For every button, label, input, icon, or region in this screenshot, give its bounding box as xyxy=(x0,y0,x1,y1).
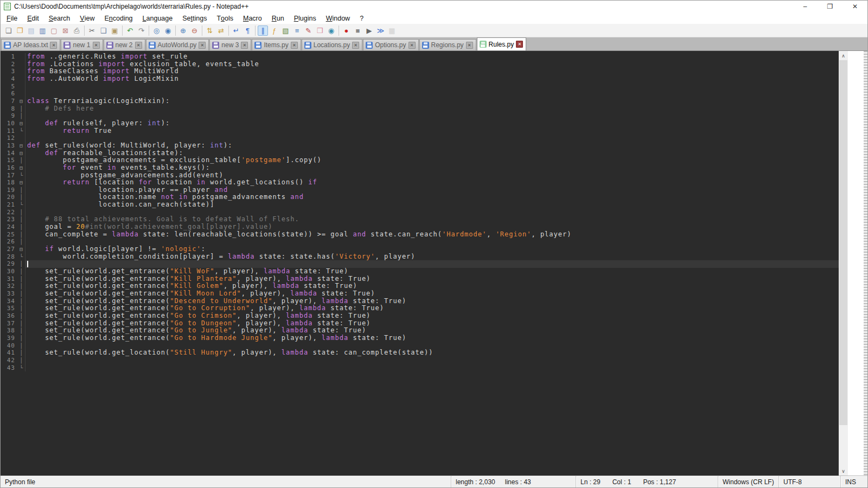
code-line-10[interactable]: 10⊟ def rule(self, player: int): xyxy=(1,120,839,127)
menu-edit[interactable]: Edit xyxy=(22,12,44,24)
scrollbar-thumb[interactable] xyxy=(839,60,847,425)
fold-marker-icon[interactable]: ⊟ xyxy=(18,179,25,187)
close-file-icon[interactable]: ▢ xyxy=(49,25,59,36)
code-line-37[interactable]: 37│ set_rule(world.get_entrance("Go to D… xyxy=(1,320,839,328)
code-line-6[interactable]: 6 xyxy=(1,90,839,98)
cut-icon[interactable]: ✂ xyxy=(87,25,97,36)
sync-vertical-scroll-icon[interactable]: ⇅ xyxy=(205,25,215,36)
menu-help[interactable]: ? xyxy=(355,12,368,24)
redo-icon[interactable]: ↷ xyxy=(136,25,146,36)
tab-options-py[interactable]: Options.py✕ xyxy=(363,39,418,50)
open-file-icon[interactable]: ❐ xyxy=(15,25,25,36)
menu-tools[interactable]: Tools xyxy=(212,12,238,24)
close-all-icon[interactable]: ⊠ xyxy=(60,25,71,36)
menu-language[interactable]: Language xyxy=(138,12,178,24)
tab-close-icon[interactable]: ✕ xyxy=(93,42,100,49)
code-line-11[interactable]: 11└ return True xyxy=(1,127,839,135)
code-line-39[interactable]: 39│ set_rule(world.get_entrance("Go to H… xyxy=(1,335,839,342)
code-line-20[interactable]: 20│ location.name not in postgame_advanc… xyxy=(1,194,839,201)
code-line-33[interactable]: 33│ set_rule(world.get_entrance("Kill Mo… xyxy=(1,290,839,298)
tab-ap-ideas-txt[interactable]: AP Ideas.txt✕ xyxy=(1,39,60,50)
fold-marker-icon[interactable]: ⊟ xyxy=(18,164,25,172)
panel-splitter[interactable] xyxy=(864,51,867,476)
vertical-scrollbar[interactable]: ∧ ∨ xyxy=(839,51,848,476)
tab-close-icon[interactable]: ✕ xyxy=(352,42,359,49)
tab-locations-py[interactable]: Locations.py✕ xyxy=(302,39,362,50)
monitoring-icon[interactable]: ◉ xyxy=(326,25,336,36)
code-line-19[interactable]: 19│ location.player == player and xyxy=(1,187,839,194)
code-line-17[interactable]: 17└ postgame_advancements.add(event) xyxy=(1,172,839,179)
code-line-30[interactable]: 30│ set_rule(world.get_entrance("Kill Wo… xyxy=(1,268,839,275)
tab-regions-py[interactable]: Regions.py✕ xyxy=(419,39,476,50)
code-line-34[interactable]: 34│ set_rule(world.get_entrance("Descend… xyxy=(1,298,839,305)
indent-guide-icon[interactable]: ∥ xyxy=(258,25,268,36)
code-line-36[interactable]: 36│ set_rule(world.get_entrance("Go to C… xyxy=(1,312,839,320)
start-recording-icon[interactable]: ● xyxy=(341,25,352,36)
code-line-16[interactable]: 16⊟ for event in events_table.keys(): xyxy=(1,164,839,172)
stop-recording-icon[interactable]: ■ xyxy=(353,25,363,36)
find-icon[interactable]: ◎ xyxy=(151,25,162,36)
code-line-24[interactable]: 24│ goal = 20#int(world.achievement_goal… xyxy=(1,223,839,231)
zoom-out-icon[interactable]: ⊖ xyxy=(189,25,200,36)
code-line-14[interactable]: 14⊟ def reachable_locations(state): xyxy=(1,150,839,157)
code-line-23[interactable]: 23│ # 88 total achievements. Goal is to … xyxy=(1,216,839,223)
tab-close-icon[interactable]: ✕ xyxy=(291,42,298,49)
fold-marker-icon[interactable]: ⊟ xyxy=(18,142,25,150)
tab-new-1[interactable]: new 1✕ xyxy=(61,39,103,50)
minimize-button[interactable]: – xyxy=(793,1,818,12)
code-line-1[interactable]: 1from ..generic.Rules import set_rule xyxy=(1,53,839,61)
fold-marker-icon[interactable]: ⊟ xyxy=(18,150,25,157)
code-line-40[interactable]: 40│ xyxy=(1,342,839,350)
menu-file[interactable]: File xyxy=(2,12,22,24)
run-macro-multiple-times-icon[interactable]: ≫ xyxy=(375,25,386,36)
copy-icon[interactable]: ❑ xyxy=(98,25,108,36)
code-editor[interactable]: 1from ..generic.Rules import set_rule2fr… xyxy=(1,51,839,476)
menu-view[interactable]: View xyxy=(75,12,99,24)
code-line-12[interactable]: 12 xyxy=(1,134,839,142)
code-line-4[interactable]: 4from ..AutoWorld import LogicMixin xyxy=(1,75,839,83)
tab-autoworld-py[interactable]: AutoWorld.py✕ xyxy=(146,39,209,50)
fold-marker-icon[interactable]: ⊟ xyxy=(18,246,25,253)
tab-items-py[interactable]: Items.py✕ xyxy=(252,39,301,50)
code-line-35[interactable]: 35│ set_rule(world.get_entrance("Go to C… xyxy=(1,305,839,312)
code-line-15[interactable]: 15│ postgame_advancements = exclusion_ta… xyxy=(1,157,839,164)
menu-search[interactable]: Search xyxy=(44,12,75,24)
show-all-characters-icon[interactable]: ¶ xyxy=(242,25,253,36)
code-line-25[interactable]: 25│ can_complete = lambda state: len(rea… xyxy=(1,231,839,239)
replace-icon[interactable]: ◉ xyxy=(163,25,173,36)
scroll-up-arrow-icon[interactable]: ∧ xyxy=(839,51,848,60)
code-line-8[interactable]: 8│ # Defs here xyxy=(1,105,839,113)
save-file-icon[interactable]: ▤ xyxy=(26,25,36,36)
menu-run[interactable]: Run xyxy=(267,12,289,24)
new-file-icon[interactable]: ❏ xyxy=(3,25,14,36)
document-map-icon[interactable]: ▧ xyxy=(280,25,291,36)
code-line-2[interactable]: 2from .Locations import exclusion_table,… xyxy=(1,61,839,68)
save-recorded-macro-icon[interactable]: ▦ xyxy=(387,25,397,36)
folder-as-workspace-icon[interactable]: ❒ xyxy=(315,25,325,36)
code-line-31[interactable]: 31│ set_rule(world.get_entrance("Kill Pl… xyxy=(1,275,839,283)
restore-button[interactable]: ❐ xyxy=(818,1,843,12)
code-line-42[interactable]: 42│ xyxy=(1,357,839,364)
code-line-38[interactable]: 38│ set_rule(world.get_entrance("Go to J… xyxy=(1,327,839,335)
tab-close-icon[interactable]: ✕ xyxy=(135,42,142,49)
code-line-9[interactable]: 9│ xyxy=(1,112,839,120)
document-list-icon[interactable]: ≡ xyxy=(292,25,302,36)
zoom-in-icon[interactable]: ⊕ xyxy=(178,25,188,36)
menu-settings[interactable]: Settings xyxy=(177,12,212,24)
code-line-28[interactable]: 28└ world.completion_condition[player] =… xyxy=(1,253,839,261)
tab-close-icon[interactable]: ✕ xyxy=(409,42,416,49)
sync-horizontal-scroll-icon[interactable]: ⇄ xyxy=(216,25,226,36)
fold-marker-icon[interactable]: ⊟ xyxy=(18,98,25,105)
tab-close-icon[interactable]: ✕ xyxy=(199,42,206,49)
tab-close-icon[interactable]: ✕ xyxy=(516,41,523,48)
word-wrap-icon[interactable]: ↵ xyxy=(231,25,241,36)
code-line-3[interactable]: 3from BaseClasses import MultiWorld xyxy=(1,68,839,75)
tab-close-icon[interactable]: ✕ xyxy=(50,42,57,49)
tab-close-icon[interactable]: ✕ xyxy=(241,42,248,49)
code-line-21[interactable]: 21└ location.can_reach(state)] xyxy=(1,201,839,209)
menu-macro[interactable]: Macro xyxy=(238,12,267,24)
menu-window[interactable]: Window xyxy=(321,12,355,24)
code-line-18[interactable]: 18⊟ return [location for location in wor… xyxy=(1,179,839,187)
code-line-29[interactable]: 29│ xyxy=(1,260,839,268)
code-line-13[interactable]: 13⊟def set_rules(world: MultiWorld, play… xyxy=(1,142,839,150)
